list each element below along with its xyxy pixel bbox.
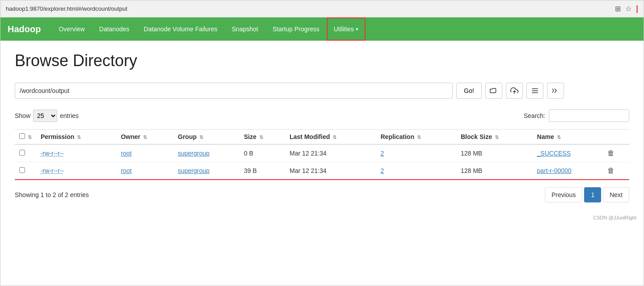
main-content: Browse Directory Go! Show 10 bbox=[0, 41, 644, 213]
entries-select[interactable]: 10 25 50 100 bbox=[33, 109, 57, 122]
th-group: Group ⇅ bbox=[173, 130, 240, 145]
next-button[interactable]: Next bbox=[603, 187, 629, 202]
sort-icon-last-modified[interactable]: ⇅ bbox=[333, 135, 337, 140]
show-row: Show 10 25 50 100 entries Search: bbox=[15, 109, 629, 122]
sort-icon-replication[interactable]: ⇅ bbox=[417, 135, 421, 140]
row2-last-modified: Mar 12 21:34 bbox=[285, 162, 376, 180]
pagination: Previous 1 Next bbox=[545, 187, 629, 202]
row1-owner: root bbox=[116, 144, 173, 162]
delete-button-row2[interactable]: 🗑 bbox=[607, 167, 615, 175]
row2-owner: root bbox=[116, 162, 173, 180]
go-button[interactable]: Go! bbox=[456, 83, 482, 99]
nav-datanode-volume-failures[interactable]: Datanode Volume Failures bbox=[137, 17, 225, 41]
th-permission: Permission ⇅ bbox=[36, 130, 117, 145]
th-block-size: Block Size ⇅ bbox=[456, 130, 533, 145]
url-display: hadoop1:9870/explorer.html#/wordcount/ou… bbox=[6, 5, 615, 12]
nav-datanodes[interactable]: Datanodes bbox=[92, 17, 137, 41]
th-actions bbox=[603, 130, 629, 145]
row1-last-modified: Mar 12 21:34 bbox=[285, 144, 376, 162]
show-entries-control: Show 10 25 50 100 entries bbox=[15, 109, 79, 122]
row2-replication: 2 bbox=[376, 162, 456, 180]
nav-snapshot[interactable]: Snapshot bbox=[225, 17, 265, 41]
row2-name: part-r-00000 bbox=[533, 162, 603, 180]
path-bar: Go! bbox=[15, 83, 629, 99]
sort-icon-group[interactable]: ⇅ bbox=[199, 135, 203, 140]
th-name: Name ⇅ bbox=[533, 130, 603, 145]
navbar: Hadoop Overview Datanodes Datanode Volum… bbox=[0, 17, 644, 41]
settings-icon-button[interactable] bbox=[547, 83, 564, 99]
row1-name: _SUCCESS bbox=[533, 144, 603, 162]
row1-size: 0 B bbox=[240, 144, 285, 162]
nav-startup-progress[interactable]: Startup Progress bbox=[265, 17, 327, 41]
entries-label: entries bbox=[60, 112, 79, 119]
th-size: Size ⇅ bbox=[240, 130, 285, 145]
th-last-modified: Last Modified ⇅ bbox=[285, 130, 376, 145]
row2-checkbox-cell bbox=[15, 162, 36, 180]
sort-icon-size[interactable]: ⇅ bbox=[259, 135, 263, 140]
th-owner: Owner ⇅ bbox=[116, 130, 173, 145]
search-label: Search: bbox=[524, 112, 545, 119]
watermark: CSDN @JJustRight bbox=[0, 213, 644, 222]
bookmark-icon[interactable]: ☆ bbox=[625, 4, 631, 13]
chevron-down-icon: ▾ bbox=[356, 26, 358, 32]
footer-row: Showing 1 to 2 of 2 entries Previous 1 N… bbox=[15, 185, 629, 202]
sort-icon-name[interactable]: ⇅ bbox=[557, 135, 561, 140]
th-replication: Replication ⇅ bbox=[376, 130, 456, 145]
address-bar: hadoop1:9870/explorer.html#/wordcount/ou… bbox=[0, 0, 644, 17]
show-label: Show bbox=[15, 112, 30, 119]
previous-button[interactable]: Previous bbox=[545, 187, 582, 202]
upload-icon-button[interactable] bbox=[506, 83, 523, 99]
path-input[interactable] bbox=[15, 83, 453, 99]
sort-icon-checkbox: ⇅ bbox=[28, 135, 32, 140]
showing-text: Showing 1 to 2 of 2 entries bbox=[15, 191, 89, 198]
sort-icon-permission[interactable]: ⇅ bbox=[77, 135, 81, 140]
table-row: -rw-r--r-- root supergroup 39 B Mar 12 2… bbox=[15, 162, 629, 180]
sort-icon-block-size[interactable]: ⇅ bbox=[495, 135, 499, 140]
row2-block-size: 128 MB bbox=[456, 162, 533, 180]
page-1-button[interactable]: 1 bbox=[584, 187, 601, 202]
list-icon-button[interactable] bbox=[526, 83, 543, 99]
menu-icon[interactable]: | bbox=[636, 4, 638, 13]
select-all-checkbox[interactable] bbox=[19, 133, 25, 139]
brand-label: Hadoop bbox=[8, 24, 41, 34]
row2-permission: -rw-r--r-- bbox=[36, 162, 117, 180]
row1-group: supergroup bbox=[173, 144, 240, 162]
row1-checkbox-cell bbox=[15, 144, 36, 162]
row2-size: 39 B bbox=[240, 162, 285, 180]
folder-icon-button[interactable] bbox=[485, 83, 502, 99]
row1-block-size: 128 MB bbox=[456, 144, 533, 162]
sort-icon-owner[interactable]: ⇅ bbox=[143, 135, 147, 140]
row1-permission: -rw-r--r-- bbox=[36, 144, 117, 162]
search-control: Search: bbox=[524, 109, 629, 122]
th-checkbox: ⇅ bbox=[15, 130, 36, 145]
translate-icon[interactable]: ⊞ bbox=[615, 4, 621, 13]
delete-button-row1[interactable]: 🗑 bbox=[607, 149, 615, 157]
row2-group: supergroup bbox=[173, 162, 240, 180]
row2-delete: 🗑 bbox=[603, 162, 629, 180]
browser-icons: ⊞ ☆ | bbox=[615, 4, 638, 13]
row1-delete: 🗑 bbox=[603, 144, 629, 162]
row1-checkbox[interactable] bbox=[19, 150, 25, 156]
directory-table: ⇅ Permission ⇅ Owner ⇅ Group ⇅ bbox=[15, 129, 629, 180]
nav-utilities[interactable]: Utilities ▾ bbox=[327, 17, 366, 41]
table-row: -rw-r--r-- root supergroup 0 B Mar 12 21… bbox=[15, 144, 629, 162]
row1-replication: 2 bbox=[376, 144, 456, 162]
search-input[interactable] bbox=[549, 109, 629, 122]
nav-overview[interactable]: Overview bbox=[51, 17, 92, 41]
page-title: Browse Directory bbox=[15, 51, 629, 70]
row2-checkbox[interactable] bbox=[19, 167, 25, 173]
